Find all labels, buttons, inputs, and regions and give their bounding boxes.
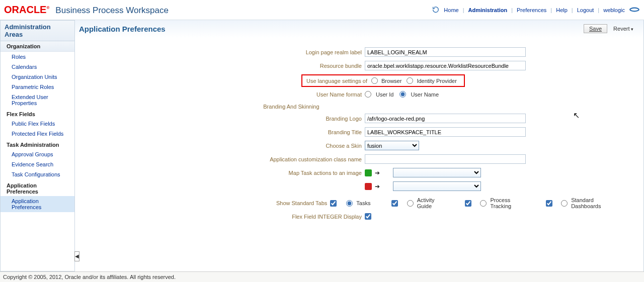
sidebar-item-org-units[interactable]: Organization Units <box>1 72 74 82</box>
sidebar-header: Administration Areas <box>1 21 74 41</box>
sidebar-item-evidence-search[interactable]: Evidence Search <box>1 159 74 169</box>
skin-select[interactable]: fusion <box>365 141 419 150</box>
userid-label: User Id <box>376 91 393 98</box>
sidebar-item-protected-flex[interactable]: Protected Flex Fields <box>1 129 74 139</box>
language-idp-radio[interactable] <box>407 77 413 84</box>
language-settings-label: Use language settings of <box>306 78 367 84</box>
branding-heading: Branding And Skinning <box>206 104 377 110</box>
sidebar-item-approval-groups[interactable]: Approval Groups <box>1 149 74 159</box>
std-dashboards-radio[interactable] <box>561 200 568 207</box>
branding-title-label: Branding Title <box>85 129 362 135</box>
language-browser-label: Browser <box>381 78 401 84</box>
login-realm-label: Login page realm label <box>85 49 362 55</box>
language-idp-label: Identity Provider <box>417 78 456 84</box>
activity-guide-checkbox[interactable] <box>391 200 398 207</box>
refresh-icon[interactable] <box>432 6 440 15</box>
nav-sep: | <box>598 7 599 13</box>
tasks-radio[interactable] <box>346 200 353 207</box>
sidebar-section-flex: Flex Fields <box>1 108 74 119</box>
sidebar-item-public-flex[interactable]: Public Flex Fields <box>1 119 74 129</box>
branding-logo-label: Branding Logo <box>85 116 362 122</box>
nav-home[interactable]: Home <box>443 7 459 13</box>
tasks-checkbox[interactable] <box>330 200 337 207</box>
svg-point-0 <box>630 8 639 11</box>
sidebar-collapse-handle[interactable]: ◀ <box>74 251 79 261</box>
map-red-select[interactable] <box>393 181 481 191</box>
language-browser-radio[interactable] <box>371 77 378 84</box>
map-red-icon[interactable] <box>365 183 372 190</box>
sidebar-section-task-admin: Task Administration <box>1 139 74 149</box>
resource-bundle-label: Resource bundle <box>85 63 362 69</box>
flex-int-label: Flex Field INTEGER Display <box>85 214 362 220</box>
sidebar: Administration Areas Organization Roles … <box>0 20 75 271</box>
process-tracking-label: Process Tracking <box>490 197 524 209</box>
app-title: Business Process Workspace <box>55 6 169 16</box>
nav-help[interactable]: Help <box>555 7 569 13</box>
custom-class-input[interactable] <box>365 154 526 164</box>
branding-logo-input[interactable] <box>365 114 526 123</box>
username-format-label: User Name format <box>85 91 362 98</box>
username-radio[interactable] <box>399 91 406 98</box>
brand-bubble-icon <box>629 6 640 14</box>
process-tracking-checkbox[interactable] <box>465 200 471 207</box>
nav-sep: | <box>463 7 464 13</box>
nav-sep: | <box>572 7 573 13</box>
std-dashboards-label: Standard Dashboards <box>571 197 615 209</box>
sidebar-section-app-prefs: Application Preferences <box>1 179 74 196</box>
map-green-icon[interactable] <box>365 169 372 176</box>
custom-class-label: Application customization class name <box>85 156 362 162</box>
sidebar-item-parametric-roles[interactable]: Parametric Roles <box>1 82 74 92</box>
activity-guide-label: Activity Guide <box>417 197 444 209</box>
nav-sep: | <box>550 7 552 13</box>
revert-button[interactable]: Revert <box>611 25 635 33</box>
save-button[interactable]: Save <box>584 24 607 33</box>
branding-title-input[interactable] <box>365 127 526 137</box>
oracle-logo: ORACLE® <box>4 4 49 16</box>
skin-label: Choose a Skin <box>85 143 362 149</box>
nav-administration[interactable]: Administration <box>467 7 509 13</box>
language-settings-highlight: Use language settings of Browser Identit… <box>301 74 465 87</box>
tasks-label: Tasks <box>356 200 370 206</box>
userid-radio[interactable] <box>365 91 371 98</box>
sidebar-item-roles[interactable]: Roles <box>1 52 74 62</box>
nav-user[interactable]: weblogic <box>602 7 626 13</box>
sidebar-item-calendars[interactable]: Calendars <box>1 62 74 72</box>
std-dashboards-checkbox[interactable] <box>546 200 552 207</box>
nav-preferences[interactable]: Preferences <box>516 7 547 13</box>
nav-logout[interactable]: Logout <box>576 7 595 13</box>
resource-bundle-input[interactable] <box>365 61 526 70</box>
sidebar-item-extended-user-props[interactable]: Extended User Properties <box>1 92 74 108</box>
map-task-label: Map Task actions to an image <box>85 170 362 176</box>
process-tracking-radio[interactable] <box>480 200 487 207</box>
activity-guide-radio[interactable] <box>407 200 414 207</box>
sidebar-section-organization: Organization <box>1 41 74 52</box>
arrow-icon: ➔ <box>375 169 380 176</box>
login-realm-input[interactable] <box>365 47 526 57</box>
page-title: Application Preferences <box>79 25 166 33</box>
sidebar-item-app-prefs[interactable]: Application Preferences <box>1 196 74 212</box>
standard-tabs-label: Show Standard Tabs <box>85 200 327 206</box>
sidebar-item-task-config[interactable]: Task Configurations <box>1 169 74 179</box>
flex-int-checkbox[interactable] <box>365 213 371 220</box>
arrow-icon: ➔ <box>375 183 380 190</box>
nav-sep: | <box>511 7 513 13</box>
username-label: User Name <box>411 91 439 98</box>
map-green-select[interactable] <box>393 168 481 177</box>
footer-copyright: Copyright © 2005, 2012, Oracle and/or it… <box>0 271 644 282</box>
